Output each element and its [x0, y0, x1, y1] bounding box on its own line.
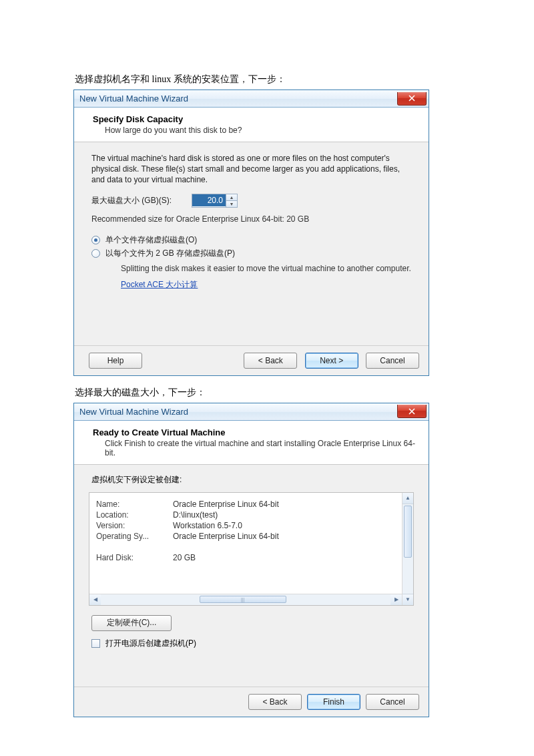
checkbox-icon: [91, 639, 100, 648]
spinner-down-icon[interactable]: ▼: [226, 200, 237, 207]
doc-caption-2: 选择最大的磁盘大小，下一步：: [75, 387, 534, 399]
scroll-right-icon[interactable]: ▶: [390, 594, 402, 605]
summary-key: Hard Disk:: [96, 553, 173, 562]
disk-size-value[interactable]: 20.0: [192, 194, 226, 206]
summary-key: Operating Sy...: [96, 532, 173, 541]
button-bar: < Back Finish Cancel: [74, 687, 429, 717]
titlebar[interactable]: New Virtual Machine Wizard: [74, 90, 429, 108]
cancel-button[interactable]: Cancel: [366, 694, 419, 710]
power-on-label: 打开电源后创建虚拟机(P): [105, 638, 196, 649]
summary-val: Oracle Enterprise Linux 64-bit: [173, 532, 279, 541]
summary-key: Name:: [96, 500, 173, 509]
close-icon: [409, 95, 415, 102]
disk-size-label: 最大磁盘大小 (GB)(S):: [91, 195, 192, 206]
window-title: New Virtual Machine Wizard: [79, 407, 188, 417]
back-button[interactable]: < Back: [248, 694, 302, 710]
radio-split-label: 以每个文件为 2 GB 存储虚拟磁盘(P): [105, 248, 235, 259]
summary-val: D:\linux(test): [173, 510, 218, 520]
summary-panel: Name:Oracle Enterprise Linux 64-bitLocat…: [89, 492, 414, 606]
back-button[interactable]: < Back: [244, 353, 297, 369]
spinner-up-icon[interactable]: ▲: [226, 194, 237, 200]
summary-row: Location:D:\linux(test): [96, 510, 395, 520]
dialog-disk-capacity: New Virtual Machine Wizard Specify Disk …: [73, 89, 429, 376]
radio-icon: [91, 236, 100, 244]
wizard-header: Specify Disk Capacity How large do you w…: [74, 108, 429, 142]
dialog-ready-create: New Virtual Machine Wizard Ready to Crea…: [73, 403, 429, 717]
cancel-button[interactable]: Cancel: [366, 353, 419, 369]
radio-single-label: 单个文件存储虚拟磁盘(O): [105, 234, 197, 246]
recommended-size: Recommended size for Oracle Enterprise L…: [91, 214, 411, 224]
radio-single-file[interactable]: 单个文件存储虚拟磁盘(O): [91, 234, 411, 246]
doc-caption-1: 选择虚拟机名字和 linux 系统的安装位置，下一步：: [75, 73, 534, 85]
window-title: New Virtual Machine Wizard: [79, 93, 188, 104]
v-scrollbar[interactable]: ▲ ▼: [402, 493, 413, 605]
close-button[interactable]: [397, 92, 427, 106]
close-button[interactable]: [397, 405, 427, 418]
header-title: Ready to Create Virtual Machine: [93, 427, 418, 437]
next-button[interactable]: Next >: [305, 353, 358, 369]
pocket-ace-link[interactable]: Pocket ACE 大小计算: [121, 279, 198, 291]
summary-row: Name:Oracle Enterprise Linux 64-bit: [96, 500, 395, 509]
radio-icon: [91, 249, 100, 258]
customize-hardware-button[interactable]: 定制硬件(C)...: [91, 615, 172, 631]
summary-row: Version:Workstation 6.5-7.0: [96, 521, 395, 530]
summary-val: Workstation 6.5-7.0: [173, 521, 242, 530]
button-bar: Help < Back Next > Cancel: [74, 345, 429, 375]
summary-key: Version:: [96, 521, 173, 530]
titlebar[interactable]: New Virtual Machine Wizard: [74, 403, 429, 421]
wizard-header: Ready to Create Virtual Machine Click Fi…: [74, 421, 429, 465]
summary-val: 20 GB: [173, 553, 196, 562]
v-scroll-thumb[interactable]: [404, 506, 412, 558]
disk-size-spinner[interactable]: 20.0 ▲ ▼: [192, 194, 238, 208]
split-description: Splitting the disk makes it easier to mo…: [121, 263, 411, 274]
h-scroll-thumb[interactable]: [200, 596, 286, 603]
scroll-down-icon[interactable]: ▼: [403, 594, 413, 605]
header-subtitle: How large do you want this disk to be?: [93, 124, 418, 135]
h-scrollbar[interactable]: ◀ ▶: [89, 594, 402, 605]
summary-body: Name:Oracle Enterprise Linux 64-bitLocat…: [89, 493, 402, 594]
help-button[interactable]: Help: [89, 353, 142, 369]
summary-label: 虚拟机安下例设定被创建:: [91, 474, 414, 486]
close-icon: [409, 408, 415, 415]
scroll-up-icon[interactable]: ▲: [403, 493, 413, 504]
header-subtitle: Click Finish to create the virtual machi…: [93, 437, 418, 457]
summary-row: Operating Sy...Oracle Enterprise Linux 6…: [96, 532, 395, 541]
summary-row: Hard Disk:20 GB: [96, 553, 395, 562]
summary-key: Location:: [96, 510, 173, 520]
summary-val: Oracle Enterprise Linux 64-bit: [173, 500, 279, 509]
scroll-left-icon[interactable]: ◀: [89, 594, 101, 605]
power-on-checkbox-row[interactable]: 打开电源后创建虚拟机(P): [91, 638, 414, 649]
disk-description: The virtual machine's hard disk is store…: [91, 153, 411, 186]
radio-split-files[interactable]: 以每个文件为 2 GB 存储虚拟磁盘(P): [91, 248, 411, 259]
finish-button[interactable]: Finish: [307, 694, 360, 710]
header-title: Specify Disk Capacity: [93, 114, 418, 124]
